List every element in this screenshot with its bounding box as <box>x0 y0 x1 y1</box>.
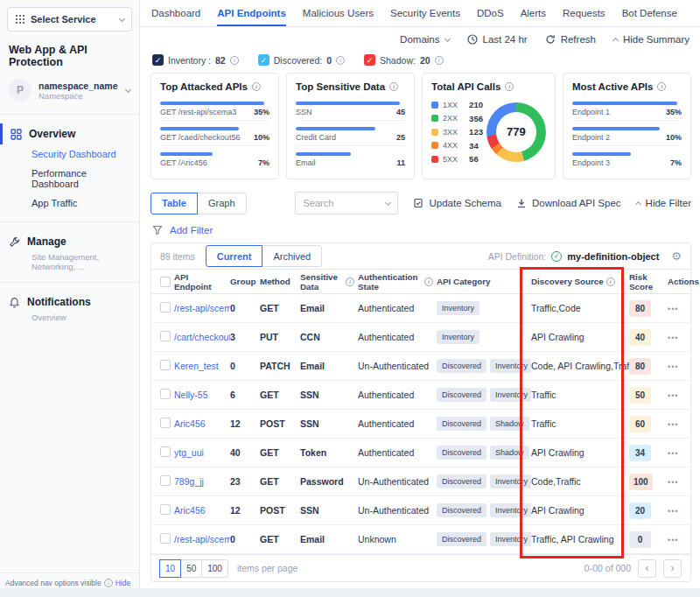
sidebar-notifications-label: Notifications <box>27 296 91 308</box>
current-archived-toggle: Current Archived <box>206 245 323 267</box>
main-content: Dashboard API Endpoints Malicious Users … <box>140 0 700 597</box>
actions-menu-button[interactable]: ••• <box>668 478 678 487</box>
actions-menu-button[interactable]: ••• <box>668 507 678 516</box>
actions-menu-button[interactable]: ••• <box>668 305 678 313</box>
row-checkbox[interactable] <box>160 389 171 399</box>
table-row[interactable]: /cart/checkout 3 PUT CCN Authenticated I… <box>151 323 690 352</box>
table-row[interactable]: Keren_test 0 PATCH Email Un-Authenticate… <box>151 352 690 381</box>
nav-tab[interactable]: DDoS <box>477 2 504 26</box>
prev-page-button[interactable]: ‹ <box>638 559 656 578</box>
endpoint-link[interactable]: /cart/checkout <box>174 332 230 342</box>
api-definition-value[interactable]: my-definition-object <box>567 251 659 262</box>
time-range-selector[interactable]: Last 24 hr <box>467 34 528 45</box>
hide-filter-toggle[interactable]: Hide Filter <box>636 198 691 208</box>
nav-tab[interactable]: Alerts <box>521 2 546 26</box>
search-input[interactable]: Search <box>295 192 398 214</box>
nav-tab[interactable]: Dashboard <box>151 2 200 26</box>
row-checkbox[interactable] <box>160 475 171 486</box>
sidebar-item-manage[interactable]: Manage <box>0 231 139 252</box>
table-row[interactable]: Aric456 12 POST SSN Un-Authenticated Dis… <box>151 496 690 525</box>
hide-summary-toggle[interactable]: Hide Summary <box>613 34 690 45</box>
auth-state-cell: Un-Authenticated <box>358 361 437 371</box>
table-row[interactable]: /rest-api/scema 0 GET Email Unknown Disc… <box>151 525 690 554</box>
tab-archived[interactable]: Archived <box>262 245 322 267</box>
sidebar-sub-item[interactable]: Security Dashboard <box>0 144 139 164</box>
col-discovery-source[interactable]: Discovery Source i <box>531 277 629 286</box>
graph-view-button[interactable]: Graph <box>197 193 247 214</box>
namespace-selector[interactable]: P namespace_name Namespace <box>0 75 139 105</box>
tab-current[interactable]: Current <box>206 245 263 267</box>
row-checkbox[interactable] <box>160 533 171 544</box>
filter-checkbox[interactable]: ✓ Inventory : 82 i <box>152 54 239 66</box>
page-size-button[interactable]: 10 <box>159 559 181 578</box>
add-filter-button[interactable]: Add Filter <box>170 225 213 235</box>
actions-menu-button[interactable]: ••• <box>668 334 678 342</box>
row-checkbox[interactable] <box>160 446 171 457</box>
row-checkbox[interactable] <box>160 418 171 428</box>
page-size-button[interactable]: 100 <box>201 559 228 578</box>
endpoint-link[interactable]: ytg_uui <box>174 447 204 458</box>
nav-tab[interactable]: Security Events <box>390 2 460 26</box>
col-sensitive-data[interactable]: Sensitive Data i <box>300 272 358 291</box>
nav-tab[interactable]: Requests <box>563 2 606 26</box>
select-all-checkbox[interactable] <box>160 277 171 287</box>
nav-tab[interactable]: Bot Defense <box>622 2 677 26</box>
row-checkbox[interactable] <box>160 302 171 313</box>
bar <box>572 127 660 130</box>
endpoint-link[interactable]: Nelly-55 <box>174 390 208 400</box>
discovery-source-cell: Code,Traffic <box>531 476 629 487</box>
sidebar-item-overview[interactable]: Overview <box>0 123 139 144</box>
method-cell: PATCH <box>260 361 300 371</box>
row-checkbox[interactable] <box>160 360 171 370</box>
filter-checkbox[interactable]: ✓ Discovered: 0 i <box>258 54 345 66</box>
bar-value: 45 <box>396 108 405 116</box>
download-api-spec-label: Download API Spec <box>532 198 621 208</box>
actions-menu-button[interactable]: ••• <box>668 449 678 458</box>
filter-checkbox[interactable]: ✓ Shadow: 20 i <box>364 54 444 66</box>
card-top-sensitive-data: Top Sensitive Data i SSN 45 <box>286 73 415 179</box>
actions-menu-button[interactable]: ••• <box>668 391 678 400</box>
api-definition-label: API Definition: <box>488 251 547 262</box>
col-risk-score[interactable]: Risk Score <box>629 272 668 291</box>
row-checkbox[interactable] <box>160 504 171 515</box>
table-row[interactable]: /rest-api/scema 0 GET Email Authenticate… <box>151 294 690 323</box>
sidebar-sub-item[interactable]: Performance Dashboard <box>0 164 139 193</box>
service-selector[interactable]: Select Service <box>7 7 132 32</box>
col-group[interactable]: Group <box>230 277 260 286</box>
page-size-button[interactable]: 50 <box>180 559 202 578</box>
next-page-button[interactable]: › <box>663 559 682 578</box>
endpoint-link[interactable]: Aric456 <box>174 418 206 429</box>
refresh-button[interactable]: Refresh <box>545 34 596 45</box>
table-row[interactable]: 789g_jj 23 GET Password Un-Authenticated… <box>151 467 690 496</box>
row-checkbox[interactable] <box>160 331 171 341</box>
endpoint-link[interactable]: Aric456 <box>174 505 206 516</box>
endpoint-link[interactable]: /rest-api/scema <box>174 303 230 313</box>
actions-menu-button[interactable]: ••• <box>668 536 678 544</box>
domains-dropdown[interactable]: Domains <box>400 34 449 45</box>
col-api-category[interactable]: API Category <box>437 277 531 286</box>
endpoint-link[interactable]: 789g_jj <box>174 476 204 487</box>
endpoint-link[interactable]: Keren_test <box>174 361 219 371</box>
nav-tab[interactable]: API Endpoints <box>217 2 286 26</box>
col-authentication-state[interactable]: Authentication State i <box>358 272 437 291</box>
table-view-button[interactable]: Table <box>150 193 198 214</box>
actions-menu-button[interactable]: ••• <box>668 362 678 371</box>
table-row[interactable]: Nelly-55 6 GET SSN Authenticated Discove… <box>151 381 690 410</box>
endpoints-table-card: 89 items Current Archived API Definition… <box>150 242 691 582</box>
gear-icon[interactable]: ⚙ <box>671 249 682 263</box>
endpoint-link[interactable]: /rest-api/scema <box>174 534 230 544</box>
update-schema-button[interactable]: Update Schema <box>413 198 500 208</box>
download-api-spec-button[interactable]: Download API Spec <box>516 198 621 208</box>
update-schema-label: Update Schema <box>429 198 500 208</box>
actions-menu-button[interactable]: ••• <box>668 420 678 429</box>
sidebar-sub-item[interactable]: App Traffic <box>0 193 139 213</box>
controls-row: Domains Last 24 hr Refresh Hide Summary <box>140 27 700 48</box>
col-method[interactable]: Method <box>260 277 300 286</box>
category-tag: Inventory <box>490 359 531 373</box>
nav-tab[interactable]: Malicious Users <box>303 2 374 26</box>
table-row[interactable]: Aric456 12 POST SSN Authenticated Discov… <box>151 410 690 439</box>
table-row[interactable]: ytg_uui 40 GET Token Authenticated Disco… <box>151 439 690 467</box>
hide-link[interactable]: Hide <box>116 579 130 587</box>
sidebar-item-notifications[interactable]: Notifications <box>0 291 139 313</box>
col-api-endpoint[interactable]: API Endpoint <box>174 272 230 291</box>
